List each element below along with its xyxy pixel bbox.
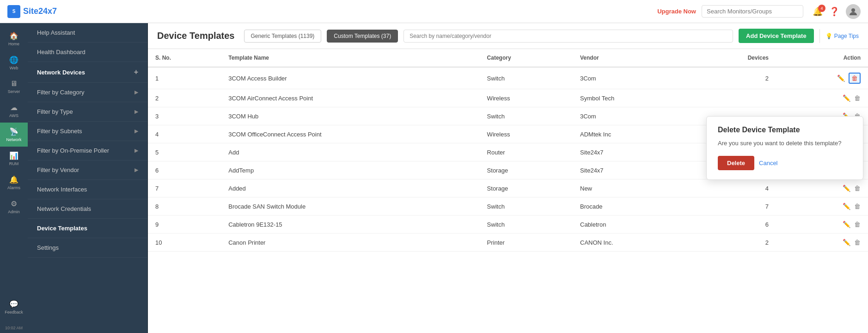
logo-icon: S bbox=[7, 5, 20, 18]
global-search-input[interactable] bbox=[702, 5, 803, 18]
table-row: 8 Brocade SAN Switch Module Switch Broca… bbox=[148, 197, 868, 216]
cell-sno: 5 bbox=[148, 143, 221, 161]
header-divider bbox=[819, 29, 820, 43]
edit-icon[interactable]: ✏️ bbox=[843, 203, 850, 210]
cell-vendor: Symbol Tech bbox=[573, 89, 691, 107]
sidebar-item-alarms[interactable]: 🔔 Alarms bbox=[0, 171, 28, 195]
cell-action: ✏️ 🗑 bbox=[776, 67, 868, 89]
table-row: 2 3COM AirConnect Access Point Wireless … bbox=[148, 89, 868, 107]
logo: S Site24x7 bbox=[7, 5, 57, 18]
sidebar-item-rum[interactable]: 📊 RUM bbox=[0, 147, 28, 171]
cell-template-name: Canon Printer bbox=[221, 234, 479, 252]
delete-icon[interactable]: 🗑 bbox=[854, 239, 861, 246]
cell-devices: 6 bbox=[691, 216, 776, 234]
nav-item-filter-poller[interactable]: Filter by On-Premise Poller ▶ bbox=[28, 141, 147, 160]
nav-item-network-interfaces[interactable]: Network Interfaces bbox=[28, 180, 147, 199]
cell-devices: 4 bbox=[691, 179, 776, 197]
delete-icon[interactable]: 🗑 bbox=[849, 73, 861, 84]
cell-template-name: AddTemp bbox=[221, 161, 479, 179]
sidebar-label-feedback: Feedback bbox=[5, 310, 23, 314]
sidebar-label-home: Home bbox=[8, 42, 19, 46]
add-device-template-button[interactable]: Add Device Template bbox=[739, 29, 814, 43]
cell-sno: 6 bbox=[148, 161, 221, 179]
upgrade-now-link[interactable]: Upgrade Now bbox=[657, 8, 696, 15]
cell-category: Switch bbox=[480, 107, 573, 125]
table-row: 10 Canon Printer Printer CANON Inc. 2 ✏️… bbox=[148, 234, 868, 252]
cell-template-name: Brocade SAN Switch Module bbox=[221, 197, 479, 216]
nav-item-settings[interactable]: Settings bbox=[28, 238, 147, 258]
cell-sno: 4 bbox=[148, 125, 221, 143]
sidebar-item-network[interactable]: 📡 Network bbox=[0, 123, 28, 147]
edit-icon[interactable]: ✏️ bbox=[843, 185, 850, 192]
edit-icon[interactable]: ✏️ bbox=[843, 221, 850, 228]
aws-icon: ☁ bbox=[10, 103, 18, 112]
cell-category: Storage bbox=[480, 179, 573, 197]
cell-template-name: 3COM Hub bbox=[221, 107, 479, 125]
admin-icon: ⚙ bbox=[11, 199, 17, 208]
popup-title: Delete Device Template bbox=[718, 126, 852, 134]
notifications-icon[interactable]: 🔔 4 bbox=[813, 6, 823, 17]
table-header-row: S. No. Template Name Category Vendor Dev… bbox=[148, 49, 868, 67]
nav-item-filter-type[interactable]: Filter by Type ▶ bbox=[28, 102, 147, 122]
help-icon[interactable]: ❓ bbox=[829, 6, 839, 17]
cell-category: Switch bbox=[480, 197, 573, 216]
cell-template-name: 3COM OfficeConnect Access Point bbox=[221, 125, 479, 143]
cell-devices: 2 bbox=[691, 234, 776, 252]
delete-popup: Delete Device Template Are you sure you … bbox=[706, 116, 863, 180]
sidebar-item-feedback[interactable]: 💬 Feedback bbox=[0, 295, 28, 319]
nav-item-network-devices[interactable]: Network Devices + bbox=[28, 62, 147, 83]
cell-category: Switch bbox=[480, 67, 573, 89]
top-nav: S Site24x7 Upgrade Now 🔔 4 ❓ bbox=[0, 0, 868, 23]
delete-icon[interactable]: 🗑 bbox=[854, 203, 861, 210]
cell-vendor: Cabletron bbox=[573, 216, 691, 234]
col-sno: S. No. bbox=[148, 49, 221, 67]
sidebar-item-home[interactable]: 🏠 Home bbox=[0, 27, 28, 51]
edit-icon[interactable]: ✏️ bbox=[837, 74, 845, 82]
tab-custom-templates[interactable]: Custom Templates (37) bbox=[327, 30, 398, 43]
popup-cancel-button[interactable]: Cancel bbox=[759, 160, 777, 166]
sidebar-item-aws[interactable]: ☁ AWS bbox=[0, 99, 28, 123]
cell-category: Switch bbox=[480, 216, 573, 234]
edit-icon[interactable]: ✏️ bbox=[843, 239, 850, 246]
nav-item-filter-category[interactable]: Filter by Category ▶ bbox=[28, 83, 147, 102]
nav-item-help-assistant[interactable]: Help Assistant bbox=[28, 23, 147, 43]
cell-template-name: 3COM AirConnect Access Point bbox=[221, 89, 479, 107]
popup-delete-button[interactable]: Delete bbox=[718, 156, 754, 170]
cell-action: ✏️ 🗑 bbox=[776, 234, 868, 252]
nav-item-filter-subnets[interactable]: Filter by Subnets ▶ bbox=[28, 122, 147, 141]
filter-poller-arrow: ▶ bbox=[134, 148, 138, 154]
delete-icon[interactable]: 🗑 bbox=[854, 185, 861, 192]
cell-vendor: ADMtek Inc bbox=[573, 125, 691, 143]
nav-item-health-dashboard[interactable]: Health Dashboard bbox=[28, 43, 147, 62]
cell-sno: 2 bbox=[148, 89, 221, 107]
col-devices: Devices bbox=[691, 49, 776, 67]
sidebar-label-server: Server bbox=[8, 89, 20, 94]
nav-item-filter-vendor[interactable]: Filter by Vendor ▶ bbox=[28, 160, 147, 180]
cell-sno: 8 bbox=[148, 197, 221, 216]
page-tips-link[interactable]: 💡 Page Tips bbox=[825, 33, 859, 39]
cell-devices: 7 bbox=[691, 197, 776, 216]
sidebar: 🏠 Home 🌐 Web 🖥 Server ☁ AWS 📡 Network 📊 … bbox=[0, 23, 28, 333]
cell-sno: 9 bbox=[148, 216, 221, 234]
edit-icon[interactable]: ✏️ bbox=[843, 94, 850, 102]
add-network-device-icon[interactable]: + bbox=[134, 68, 138, 76]
nav-item-network-credentials[interactable]: Network Credentials bbox=[28, 199, 147, 219]
delete-icon[interactable]: 🗑 bbox=[854, 221, 861, 228]
delete-icon[interactable]: 🗑 bbox=[854, 94, 861, 102]
sidebar-item-server[interactable]: 🖥 Server bbox=[0, 75, 28, 99]
nav-item-device-templates[interactable]: Device Templates bbox=[28, 219, 147, 238]
table-row: 9 Cabletron 9E132-15 Switch Cabletron 6 … bbox=[148, 216, 868, 234]
tab-generic-templates[interactable]: Generic Templates (1139) bbox=[244, 30, 322, 43]
cell-vendor: Site24x7 bbox=[573, 161, 691, 179]
nav-panel: Help Assistant Health Dashboard Network … bbox=[28, 23, 148, 333]
template-search-input[interactable] bbox=[403, 30, 733, 43]
sidebar-item-web[interactable]: 🌐 Web bbox=[0, 51, 28, 75]
sidebar-item-admin[interactable]: ⚙ Admin bbox=[0, 195, 28, 219]
feedback-icon: 💬 bbox=[9, 300, 18, 308]
cell-vendor: New bbox=[573, 179, 691, 197]
filter-vendor-arrow: ▶ bbox=[134, 167, 138, 173]
web-icon: 🌐 bbox=[9, 56, 18, 64]
cell-sno: 1 bbox=[148, 67, 221, 89]
user-avatar[interactable] bbox=[846, 4, 861, 19]
cell-category: Router bbox=[480, 143, 573, 161]
